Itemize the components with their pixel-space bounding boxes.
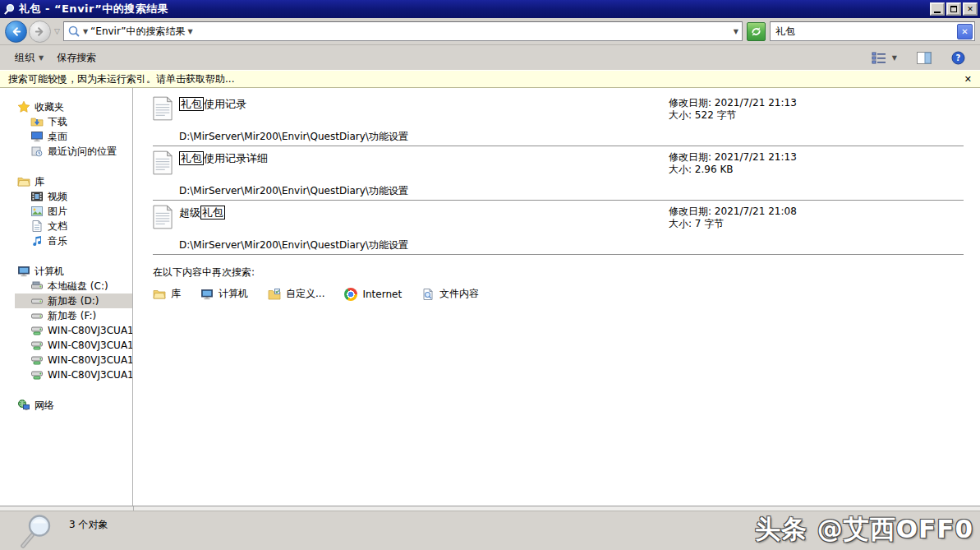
close-button[interactable]: ✕ — [963, 2, 978, 16]
back-arrow-icon — [10, 25, 22, 38]
search-window-icon — [3, 3, 16, 16]
search-result-row[interactable]: 礼包使用记录 D:\MirServer\Mir200\Envir\QuestDi… — [153, 92, 964, 146]
result-meta: 修改日期: 2021/7/21 21:13 大小: 522 字节 — [669, 97, 797, 122]
minimize-button[interactable] — [930, 2, 945, 16]
help-button[interactable]: ? — [945, 48, 972, 68]
sidebar-item-label: 音乐 — [48, 234, 67, 248]
sidebar-item-network[interactable]: 网络 — [0, 398, 132, 413]
refresh-button[interactable] — [747, 22, 766, 41]
favorites-section: 收藏夹 下载 桌面 — [0, 99, 132, 159]
search-again-libraries[interactable]: 库 — [153, 287, 181, 301]
computer-section: 计算机 本地磁盘 (C:) 新加卷 (D:) — [0, 264, 132, 382]
result-modified-date: 修改日期: 2021/7/21 21:13 — [669, 151, 797, 164]
result-size: 大小: 522 字节 — [669, 109, 797, 122]
refresh-icon — [750, 25, 762, 38]
search-box[interactable]: ✕ — [770, 21, 975, 41]
search-again-section: 在以下内容中再次搜索: 库 — [153, 266, 964, 301]
notification-bar: 搜索可能较慢，因为未运行索引。请单击获取帮助... ✕ — [0, 71, 980, 88]
minimize-icon — [934, 12, 941, 13]
notification-text[interactable]: 搜索可能较慢，因为未运行索引。请单击获取帮助... — [8, 72, 234, 86]
search-again-file-contents[interactable]: 文件内容 — [421, 287, 479, 301]
result-name[interactable]: 礼包使用记录详细 — [179, 151, 268, 166]
save-search-button[interactable]: 保存搜索 — [50, 48, 103, 68]
views-caret-icon: ▼ — [892, 54, 897, 62]
result-path[interactable]: D:\MirServer\Mir200\Envir\QuestDiary\功能设… — [179, 238, 408, 252]
sidebar-item-label: 本地磁盘 (C:) — [48, 280, 108, 293]
forward-arrow-icon — [34, 25, 46, 38]
sidebar-item-network-drive[interactable]: WIN-C80VJ3CUA1S 上 — [15, 353, 132, 367]
notification-close-icon[interactable]: ✕ — [964, 75, 972, 84]
result-name-suffix: 使用记录详细 — [204, 152, 268, 164]
preview-pane-button[interactable] — [910, 49, 938, 67]
result-path[interactable]: D:\MirServer\Mir200\Envir\QuestDiary\功能设… — [179, 184, 408, 198]
star-icon — [17, 100, 30, 113]
result-modified-date: 修改日期: 2021/7/21 21:13 — [669, 97, 797, 109]
recent-places-icon — [30, 145, 44, 158]
organize-menu-button[interactable]: 组织 ▼ — [8, 48, 50, 68]
views-button[interactable]: ▼ — [865, 49, 904, 67]
result-meta: 修改日期: 2021/7/21 21:08 大小: 7 字节 — [669, 206, 797, 230]
search-icon — [67, 25, 81, 38]
search-input[interactable] — [775, 25, 957, 37]
result-name-suffix: 使用记录 — [204, 98, 246, 110]
sidebar-item-computer[interactable]: 计算机 — [0, 264, 132, 279]
result-meta: 修改日期: 2021/7/21 21:13 大小: 2.96 KB — [669, 151, 797, 176]
breadcrumb[interactable]: “Envir”中的搜索结果 — [90, 25, 186, 39]
address-field[interactable]: ▼ “Envir”中的搜索结果 ▼ ▼ — [63, 21, 743, 41]
sidebar-item-label: 下载 — [48, 115, 67, 129]
search-result-row[interactable]: 超级礼包 D:\MirServer\Mir200\Envir\QuestDiar… — [153, 201, 964, 255]
command-toolbar: 组织 ▼ 保存搜索 ▼ — [0, 45, 980, 71]
search-again-computer[interactable]: 计算机 — [200, 287, 248, 301]
forward-button[interactable] — [29, 21, 51, 43]
sidebar-item-disk-f[interactable]: 新加卷 (F:) — [15, 308, 132, 323]
libraries-section: 库 视频 图片 — [0, 174, 132, 248]
result-modified-date: 修改日期: 2021/7/21 21:08 — [669, 206, 797, 218]
breadcrumb-caret[interactable]: ▼ — [188, 28, 193, 35]
sidebar-item-label: WIN-C80VJ3CUA1S 上 — [48, 368, 132, 382]
documents-icon — [30, 220, 44, 233]
sidebar-item-network-drive[interactable]: WIN-C80VJ3CUA1S 上 — [15, 367, 132, 382]
sidebar-item-downloads[interactable]: 下载 — [15, 114, 132, 129]
address-history-caret[interactable]: ▼ — [734, 28, 738, 35]
search-status-icon — [18, 513, 54, 549]
views-icon — [872, 52, 886, 64]
search-result-row[interactable]: 礼包使用记录详细 D:\MirServer\Mir200\Envir\Quest… — [153, 146, 964, 201]
option-label: 自定义... — [286, 287, 324, 301]
sidebar-item-recent-places[interactable]: 最近访问的位置 — [15, 144, 132, 159]
sidebar-item-label: 文档 — [48, 220, 67, 233]
sidebar-item-local-disk-c[interactable]: 本地磁盘 (C:) — [15, 279, 132, 293]
sidebar-item-disk-d[interactable]: 新加卷 (D:) — [15, 293, 132, 308]
result-path[interactable]: D:\MirServer\Mir200\Envir\QuestDiary\功能设… — [179, 130, 408, 144]
sidebar-item-music[interactable]: 音乐 — [15, 233, 132, 248]
sidebar-item-videos[interactable]: 视频 — [15, 189, 132, 204]
libraries-icon — [17, 175, 30, 188]
option-label: 计算机 — [219, 287, 248, 301]
help-icon: ? — [951, 51, 965, 65]
result-name[interactable]: 礼包使用记录 — [179, 97, 246, 112]
network-drive-icon — [30, 354, 44, 367]
search-clear-button[interactable]: ✕ — [957, 24, 973, 39]
history-dropdown-chevron[interactable]: ▽ — [53, 27, 62, 35]
sidebar-item-documents[interactable]: 文档 — [15, 219, 132, 233]
address-scope-caret[interactable]: ▼ — [83, 28, 88, 35]
sidebar-item-label: 新加卷 (F:) — [48, 309, 96, 323]
maximize-button[interactable] — [946, 2, 961, 16]
result-name[interactable]: 超级礼包 — [179, 206, 225, 220]
sidebar-item-pictures[interactable]: 图片 — [15, 204, 132, 219]
save-search-label: 保存搜索 — [57, 51, 96, 65]
search-again-custom[interactable]: 自定义... — [268, 287, 324, 301]
result-name-prefix: 超级 — [179, 206, 200, 219]
status-strip — [0, 506, 980, 511]
search-again-label: 在以下内容中再次搜索: — [153, 266, 964, 280]
sidebar-item-network-drive[interactable]: WIN-C80VJ3CUA1S 上 — [15, 323, 132, 338]
back-button[interactable] — [5, 21, 27, 43]
search-again-internet[interactable]: Internet — [344, 288, 402, 301]
disk-icon — [30, 294, 44, 307]
sidebar-item-favorites[interactable]: 收藏夹 — [0, 99, 132, 114]
sidebar-item-desktop[interactable]: 桌面 — [15, 129, 132, 144]
sidebar-item-libraries[interactable]: 库 — [0, 174, 132, 189]
sidebar-item-network-drive[interactable]: WIN-C80VJ3CUA1S 上 — [15, 338, 132, 353]
navigation-pane: 收藏夹 下载 桌面 — [0, 88, 133, 506]
desktop-icon — [30, 130, 44, 143]
explorer-window: 礼包 - “Envir”中的搜索结果 ✕ ▽ ▼ “Envir”中的搜索结果 ▼ — [0, 0, 980, 550]
